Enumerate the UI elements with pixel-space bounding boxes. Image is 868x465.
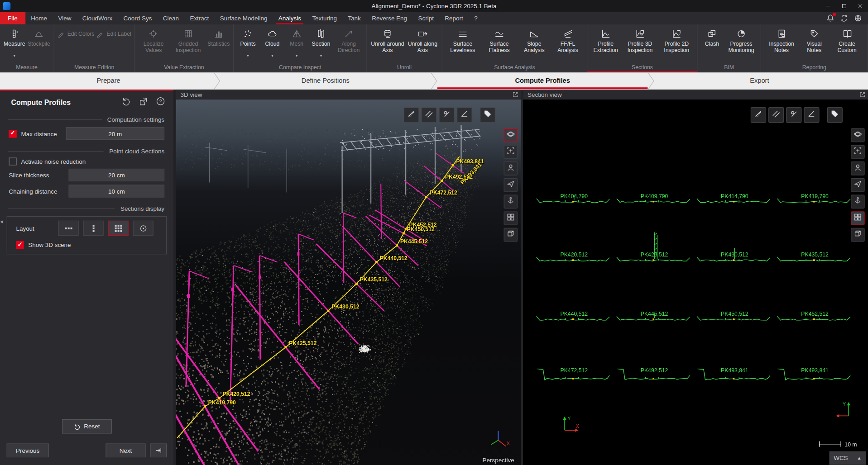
skip-forward-button[interactable] — [150, 444, 167, 458]
ribbon-item-create-custom-chapter[interactable]: Create Custom Chapter — [829, 26, 865, 54]
menu-item-extract[interactable]: Extract — [184, 12, 214, 24]
layout-radial-button[interactable] — [133, 221, 153, 236]
section-pk-label: PK493,841 — [801, 367, 829, 373]
menu-item-coord-sys[interactable]: Coord Sys — [118, 12, 157, 24]
close-button[interactable] — [852, 0, 868, 12]
previous-button[interactable]: Previous — [7, 444, 49, 458]
ribbon-group-bim: ClashProgress MonitoringBIM — [698, 24, 761, 72]
max-distance-input[interactable]: 20 m — [66, 127, 164, 140]
ribbon-item-inspection-notes[interactable]: Inspection Notes — [763, 26, 800, 54]
menu-item-home[interactable]: Home — [25, 12, 53, 24]
ribbon-item-unroll-around-axis[interactable]: Unroll around Axis — [369, 26, 406, 54]
section-view-measure-tool-2-button[interactable] — [768, 107, 784, 123]
section-view-multiview-button[interactable] — [851, 211, 865, 225]
3d-view-anchor-button[interactable] — [504, 195, 518, 209]
menu-item-report[interactable]: Report — [439, 12, 469, 24]
section-view-person-button[interactable] — [851, 161, 865, 176]
menu-item-[interactable]: ? — [469, 12, 483, 24]
reset-button[interactable]: Reset — [62, 419, 111, 434]
section-viewport[interactable] — [523, 100, 868, 465]
globe-icon[interactable] — [854, 14, 863, 23]
menu-item-analysis[interactable]: Analysis — [273, 12, 307, 24]
layout-horizontal-button[interactable] — [58, 221, 78, 236]
ribbon-item-section[interactable]: Section▾ — [309, 26, 333, 58]
section-view-orbit-button[interactable] — [851, 128, 865, 142]
panel-title: Compute Profiles — [11, 98, 121, 106]
slice-thickness-input[interactable]: 20 cm — [69, 169, 165, 181]
ribbon-item-visual-notes[interactable]: Visual Notes — [800, 26, 829, 54]
ribbon-item-unroll-along-axis[interactable]: Unroll along Axis — [406, 26, 439, 54]
file-menu[interactable]: File — [0, 12, 25, 24]
section-view-measure-tool-4-button[interactable] — [804, 107, 819, 123]
menu-item-reverse-eng[interactable]: Reverse Eng — [366, 12, 412, 24]
ribbon-item-surface-levelness[interactable]: Surface Levelness — [445, 26, 481, 54]
workflow-step-prepare[interactable]: Prepare — [0, 72, 217, 89]
pk-label: PK419,790 — [208, 399, 236, 405]
next-button[interactable]: Next — [106, 444, 146, 458]
ribbon-item-slope-analysis[interactable]: Slope Analysis — [518, 26, 551, 54]
max-distance-label: Max distance — [21, 130, 57, 137]
workflow-step-compute-profiles[interactable]: Compute Profiles — [434, 72, 651, 89]
menu-item-script[interactable]: Script — [412, 12, 439, 24]
group-point-cloud-sections: Point cloud Sections — [109, 147, 164, 154]
ribbon-item-profile-2d-inspection[interactable]: Profile 2D Inspection — [658, 26, 695, 54]
ribbon-item-profile-extraction[interactable]: Profile Extraction — [590, 26, 622, 54]
flatness-icon — [494, 27, 504, 41]
sync-icon[interactable] — [840, 14, 849, 23]
3d-view-measure-tool-1-button[interactable] — [403, 107, 419, 123]
3d-view-measure-tool-3-button[interactable] — [439, 107, 455, 123]
ribbon-item-clash[interactable]: Clash — [700, 26, 724, 54]
panel-collapse-handle[interactable]: ◂ — [0, 217, 5, 226]
workflow-step-define-positions[interactable]: Define Positions — [217, 72, 434, 89]
minimize-button[interactable] — [820, 0, 836, 12]
3d-view-label-tag-button[interactable] — [480, 107, 495, 123]
3d-view-cubesec-button[interactable] — [504, 228, 518, 242]
3d-view-measure-tool-4-button[interactable] — [457, 107, 472, 123]
maximize-button[interactable] — [836, 0, 852, 12]
ribbon-item-ff-fl-analysis[interactable]: FF/FL Analysis — [551, 26, 585, 54]
ribbon-item-surface-flatness[interactable]: Surface Flatness — [481, 26, 518, 54]
menu-item-tank[interactable]: Tank — [342, 12, 366, 24]
3d-view-orbit-button[interactable] — [504, 128, 518, 142]
ribbon-item-points[interactable]: Points▾ — [236, 26, 260, 58]
section-view-target-button[interactable] — [851, 145, 865, 159]
layout-grid-button[interactable] — [108, 221, 128, 236]
noise-reduction-checkbox[interactable] — [9, 157, 17, 165]
help-icon[interactable]: ? — [156, 96, 166, 109]
wcs-selector[interactable]: WCS ▲ — [829, 451, 866, 465]
3d-view-measure-tool-2-button[interactable] — [421, 107, 436, 123]
section-pk-label: PK440,512 — [561, 311, 588, 317]
ribbon-item-progress-monitoring[interactable]: Progress Monitoring — [724, 26, 758, 54]
section-view-panel: Section view Y X Y — [523, 90, 868, 465]
notifications-bell-icon[interactable] — [826, 14, 835, 23]
section-view-measure-tool-1-button[interactable] — [751, 107, 766, 123]
section-view-cubesec-button[interactable] — [851, 228, 865, 242]
3d-view-multiview-button[interactable] — [504, 211, 518, 225]
workflow-step-export[interactable]: Export — [651, 72, 868, 89]
ribbon-item-measure[interactable]: Measure▾ — [2, 26, 27, 58]
show-3d-scene-checkbox[interactable] — [16, 241, 24, 249]
3d-viewport[interactable] — [176, 100, 521, 465]
ribbon-item-cloud[interactable]: Cloud▾ — [260, 26, 284, 58]
section-view-label-tag-button[interactable] — [827, 107, 843, 123]
layout-vertical-button[interactable] — [83, 221, 103, 236]
section-view-anchor-button[interactable] — [851, 195, 865, 209]
reset-parameters-icon[interactable] — [121, 96, 131, 109]
section-view-measure-tool-3-button[interactable] — [786, 107, 801, 123]
menu-item-cloudworx[interactable]: CloudWorx — [77, 12, 118, 24]
menu-item-surface-modeling[interactable]: Surface Modeling — [215, 12, 273, 24]
3d-view-target-button[interactable] — [504, 145, 518, 159]
3d-view-plane-button[interactable] — [504, 178, 518, 192]
menu-item-clean[interactable]: Clean — [158, 12, 185, 24]
ribbon-item-profile-3d-inspection[interactable]: Profile 3D Inspection — [622, 26, 658, 54]
section-view-plane-button[interactable] — [851, 178, 865, 192]
max-distance-checkbox[interactable] — [9, 130, 17, 138]
3d-view-person-button[interactable] — [504, 161, 518, 176]
chaining-distance-input[interactable]: 10 cm — [69, 185, 165, 197]
menu-item-texturing[interactable]: Texturing — [307, 12, 342, 24]
export-settings-icon[interactable] — [139, 96, 149, 109]
pk-label: PK425,512 — [289, 340, 317, 346]
projection-mode-label[interactable]: Perspective — [482, 457, 514, 464]
menu-item-view[interactable]: View — [53, 12, 77, 24]
fffl-icon — [563, 27, 573, 41]
